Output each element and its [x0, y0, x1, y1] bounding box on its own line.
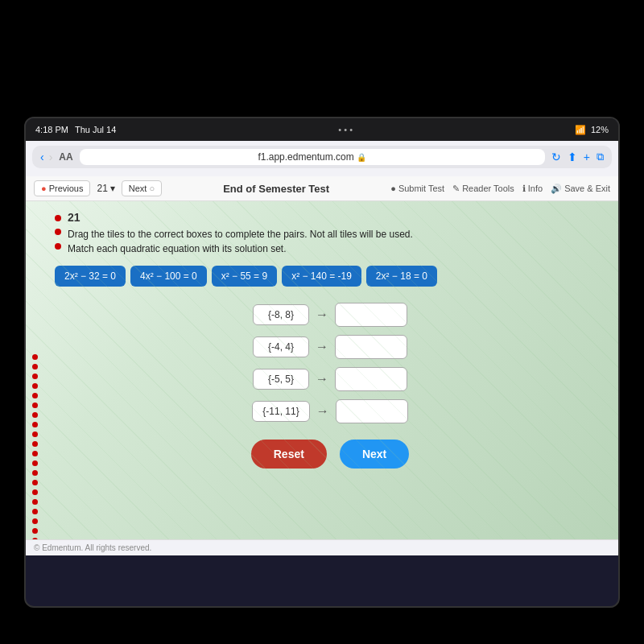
- time-display: 4:18 PM: [35, 125, 68, 134]
- status-bar: 4:18 PM Thu Jul 14 • • • 📶 12%: [26, 118, 618, 141]
- tile-5[interactable]: 2x² − 18 = 0: [366, 266, 437, 287]
- match-row-2: {-4, 4} →: [253, 335, 407, 359]
- content-area: 21 Drag the tiles to the correct boxes t…: [26, 201, 618, 539]
- red-dots-decoration: [32, 354, 38, 539]
- battery-display: 12%: [591, 125, 609, 134]
- instruction1: Drag the tiles to the correct boxes to c…: [55, 229, 605, 240]
- tabs-icon[interactable]: ⧉: [597, 151, 604, 163]
- match-row-3: {-5, 5} →: [253, 367, 407, 391]
- save-exit-button[interactable]: 🔊 Save & Exit: [551, 184, 610, 194]
- question-number-nav: 21 ▾: [97, 183, 114, 194]
- drop-box-3[interactable]: [335, 367, 407, 391]
- toolbar-actions: ● Submit Test ✎ Reader Tools ℹ Info 🔊 Sa…: [390, 184, 610, 194]
- copyright: © Edmentum. All rights reserved.: [26, 539, 618, 555]
- match-area: {-8, 8} → {-4, 4} → {-5, 5} →: [55, 303, 605, 423]
- back-icon[interactable]: ‹: [40, 151, 44, 163]
- save-icon: 🔊: [551, 184, 562, 194]
- drop-box-4[interactable]: [336, 399, 408, 423]
- tile-3[interactable]: x² − 55 = 9: [212, 266, 277, 287]
- tools-icon: ✎: [452, 184, 460, 194]
- next-button[interactable]: Next: [340, 440, 409, 469]
- circle-icon: ●: [41, 184, 47, 193]
- browser-chrome: ‹ › AA f1.app.edmentum.com 🔒 ↻ ⬆ + ⧉: [26, 141, 618, 176]
- forward-icon[interactable]: ›: [49, 151, 53, 163]
- arrow-icon-2: →: [316, 340, 328, 354]
- tile-2[interactable]: 4x² − 100 = 0: [130, 266, 207, 287]
- red-dot-icon: [55, 215, 61, 221]
- arrow-icon-3: →: [316, 372, 328, 386]
- info-icon: ℹ: [522, 184, 526, 194]
- match-row-4: {-11, 11} →: [252, 399, 407, 423]
- share-icon[interactable]: ⬆: [568, 151, 577, 163]
- solution-label-4[interactable]: {-11, 11}: [252, 401, 309, 422]
- add-tab-icon[interactable]: +: [584, 151, 590, 163]
- solution-label-1[interactable]: {-8, 8}: [253, 304, 309, 325]
- circle-outline-icon: ○: [149, 184, 155, 193]
- arrow-icon-4: →: [316, 404, 329, 419]
- chevron-down-icon[interactable]: ▾: [110, 183, 115, 194]
- next-nav-button[interactable]: Next ○: [122, 180, 162, 196]
- submit-icon: ●: [390, 184, 396, 193]
- solution-label-2[interactable]: {-4, 4}: [253, 336, 309, 357]
- submit-test-button[interactable]: ● Submit Test: [390, 184, 444, 193]
- refresh-icon[interactable]: ↻: [551, 151, 561, 163]
- date-display: Thu Jul 14: [75, 125, 116, 134]
- red-dot-icon2: [55, 229, 61, 235]
- aa-label[interactable]: AA: [59, 151, 72, 163]
- drop-box-2[interactable]: [335, 335, 407, 359]
- red-dot-icon3: [55, 243, 61, 250]
- test-title: End of Semester Test: [168, 183, 384, 195]
- reset-button[interactable]: Reset: [251, 440, 327, 469]
- reader-tools-button[interactable]: ✎ Reader Tools: [452, 184, 514, 194]
- tablet-frame: 4:18 PM Thu Jul 14 • • • 📶 12% ‹ › AA f1…: [24, 117, 620, 608]
- info-button[interactable]: ℹ Info: [522, 184, 543, 194]
- wifi-icon: 📶: [575, 125, 586, 135]
- app-toolbar: ● Previous 21 ▾ Next ○ End of Semester T…: [26, 176, 618, 201]
- drop-box-1[interactable]: [335, 303, 407, 327]
- question-number-display: 21: [55, 211, 605, 224]
- solution-label-3[interactable]: {-5, 5}: [253, 369, 309, 390]
- match-row-1: {-8, 8} →: [253, 303, 407, 327]
- tiles-row: 2x² − 32 = 0 4x² − 100 = 0 x² − 55 = 9 x…: [55, 266, 605, 287]
- tile-1[interactable]: 2x² − 32 = 0: [55, 266, 126, 287]
- instruction2: Match each quadratic equation with its s…: [55, 243, 605, 254]
- action-buttons: Reset Next: [55, 440, 605, 477]
- tile-4[interactable]: x² − 140 = -19: [282, 266, 361, 287]
- arrow-icon-1: →: [316, 308, 328, 322]
- previous-button[interactable]: ● Previous: [34, 180, 90, 196]
- url-display[interactable]: f1.app.edmentum.com: [258, 151, 353, 163]
